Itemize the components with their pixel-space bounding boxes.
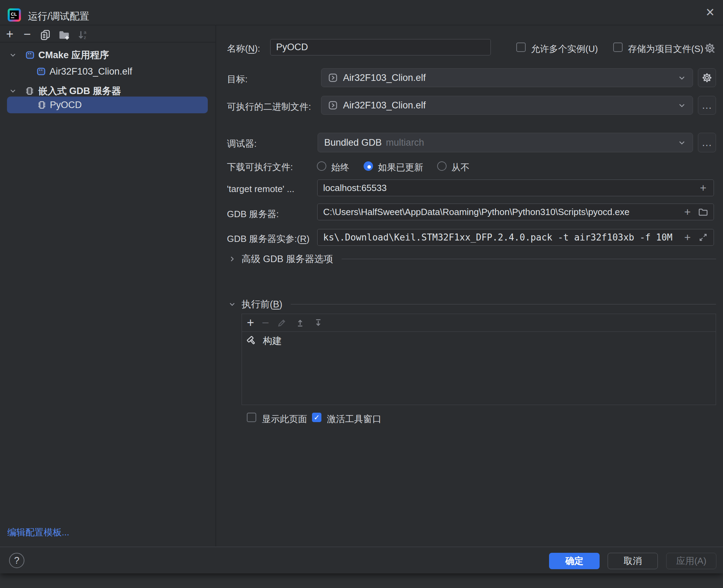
- store-as-project-checkbox[interactable]: [613, 43, 623, 52]
- gdb-args-input[interactable]: ks\.Download\Keil.STM32F1xx_DFP.2.4.0.pa…: [317, 229, 714, 246]
- edit-templates-link[interactable]: 编辑配置模板...: [7, 526, 69, 539]
- activate-tool-window-label: 激活工具窗口: [327, 413, 381, 425]
- before-launch-panel: + −: [242, 314, 716, 405]
- store-options-gear-icon[interactable]: [703, 41, 717, 55]
- target-gear-button[interactable]: [698, 68, 716, 87]
- toolbar-divider: [0, 42, 215, 43]
- debugger-value: Bundled GDB: [324, 137, 382, 148]
- close-icon[interactable]: ×: [702, 4, 718, 20]
- target-select[interactable]: Air32F103_Clion.elf: [321, 68, 693, 87]
- copy-configuration-icon[interactable]: [38, 28, 53, 42]
- activate-tool-window-checkbox[interactable]: ✓: [312, 413, 321, 422]
- tree-group-label: 嵌入式 GDB 服务器: [38, 85, 121, 97]
- edit-task-icon[interactable]: [277, 318, 287, 328]
- tree-item-pyocd-selected[interactable]: PyOCD: [7, 97, 208, 113]
- executable-browse-button[interactable]: …: [698, 96, 716, 115]
- target-label: 目标:: [227, 73, 248, 85]
- chevron-down-icon: [677, 138, 686, 147]
- allow-multiple-checkbox[interactable]: [516, 43, 526, 52]
- add-task-icon[interactable]: +: [247, 316, 254, 329]
- apply-button[interactable]: 应用(A): [666, 553, 716, 569]
- executable-value: Air32F103_Clion.elf: [343, 100, 426, 111]
- radio-never[interactable]: [437, 161, 447, 171]
- footer-divider: [0, 547, 723, 547]
- new-folder-icon[interactable]: [56, 28, 72, 42]
- tree-item-air32-elf[interactable]: Air32F103_Clion.elf: [36, 65, 132, 78]
- cmake-app-icon: [25, 50, 35, 60]
- chip-icon: [24, 86, 35, 96]
- chip-icon: [37, 100, 47, 110]
- store-as-project-label: 存储为项目文件(S): [628, 43, 703, 55]
- chevron-down-icon: [677, 73, 686, 82]
- help-icon[interactable]: ?: [9, 553, 24, 568]
- debugger-value-suffix: multiarch: [386, 137, 424, 148]
- ok-button[interactable]: 确定: [549, 553, 600, 569]
- move-down-icon[interactable]: [313, 318, 324, 328]
- gdb-server-input[interactable]: C:\Users\HalfSweet\AppData\Roaming\Pytho…: [317, 204, 714, 220]
- before-launch-section[interactable]: 执行前(B): [228, 298, 716, 311]
- allow-multiple-label: 允许多个实例(U): [531, 43, 598, 55]
- svg-text:a: a: [84, 30, 86, 35]
- chevron-down-icon[interactable]: [9, 87, 17, 95]
- gdb-args-add-icon[interactable]: +: [682, 231, 693, 243]
- chevron-down-icon[interactable]: [9, 51, 17, 59]
- chevron-down-icon[interactable]: [228, 300, 236, 308]
- radio-if-updated-label[interactable]: 如果已更新: [378, 161, 423, 174]
- before-launch-item-build[interactable]: 构建: [242, 333, 716, 349]
- move-up-icon[interactable]: [295, 318, 305, 328]
- target-remote-label: 'target remote' ...: [227, 184, 294, 194]
- run-target-icon: [328, 100, 338, 110]
- target-remote-add-icon[interactable]: +: [697, 182, 709, 194]
- tree-item-label: Air32F103_Clion.elf: [50, 66, 132, 77]
- name-input[interactable]: PyOCD: [270, 39, 491, 55]
- panel-divider: [215, 25, 216, 547]
- cmake-app-icon: [36, 67, 46, 76]
- chevron-down-icon: [677, 101, 686, 110]
- remove-configuration-button[interactable]: −: [20, 27, 35, 41]
- executable-label: 可执行的二进制文件:: [227, 101, 311, 113]
- section-rule: [291, 304, 716, 305]
- debugger-browse-button[interactable]: …: [698, 133, 716, 152]
- target-value: Air32F103_Clion.elf: [343, 72, 426, 83]
- screen: CMakeLists_template.txt CL 运行/调试配置 × + −: [0, 0, 723, 588]
- gdb-server-label: GDB 服务器:: [227, 208, 279, 220]
- sort-az-icon[interactable]: a z: [75, 28, 91, 42]
- show-page-label: 显示此页面: [262, 413, 307, 425]
- debugger-label: 调试器:: [227, 138, 257, 150]
- build-task-label: 构建: [263, 335, 282, 347]
- titlebar-divider: [0, 25, 723, 25]
- run-target-icon: [328, 72, 338, 83]
- gdb-args-expand-icon[interactable]: [697, 231, 709, 243]
- gdb-args-label: GDB 服务器实参:(R): [227, 233, 310, 245]
- clion-logo-icon: CL: [8, 8, 21, 22]
- tree-group-cmake[interactable]: CMake 应用程序: [9, 48, 109, 62]
- show-page-checkbox[interactable]: [247, 413, 256, 422]
- executable-select[interactable]: Air32F103_Clion.elf: [321, 96, 693, 115]
- hammer-icon: [246, 335, 257, 346]
- tree-group-embedded-gdb[interactable]: 嵌入式 GDB 服务器: [9, 84, 121, 98]
- radio-never-label[interactable]: 从不: [451, 161, 470, 174]
- download-label: 下载可执行文件:: [227, 161, 293, 173]
- name-label: 名称(N):: [227, 43, 260, 55]
- radio-always[interactable]: [317, 161, 326, 171]
- before-launch-toolbar: + −: [242, 314, 716, 332]
- add-configuration-button[interactable]: +: [2, 27, 17, 41]
- radio-always-label[interactable]: 始终: [331, 161, 349, 174]
- svg-text:z: z: [84, 35, 86, 40]
- tree-group-label: CMake 应用程序: [38, 49, 109, 61]
- remove-task-icon[interactable]: −: [262, 316, 269, 329]
- gdb-server-folder-icon[interactable]: [697, 206, 709, 218]
- debugger-select[interactable]: Bundled GDB multiarch: [318, 133, 693, 152]
- dialog-title: 运行/调试配置: [28, 10, 89, 23]
- advanced-gdb-label: 高级 GDB 服务器选项: [242, 253, 333, 265]
- titlebar: CL 运行/调试配置 ×: [0, 0, 723, 25]
- tree-item-label: PyOCD: [50, 100, 82, 110]
- radio-if-updated[interactable]: [364, 161, 373, 171]
- chevron-right-icon[interactable]: [228, 255, 236, 263]
- target-remote-input[interactable]: localhost:65533: [317, 180, 714, 196]
- before-launch-label: 执行前(B): [242, 298, 282, 311]
- cancel-button[interactable]: 取消: [608, 553, 658, 569]
- gdb-server-add-icon[interactable]: +: [682, 206, 693, 218]
- section-rule: [342, 259, 716, 259]
- advanced-gdb-section[interactable]: 高级 GDB 服务器选项: [228, 253, 716, 265]
